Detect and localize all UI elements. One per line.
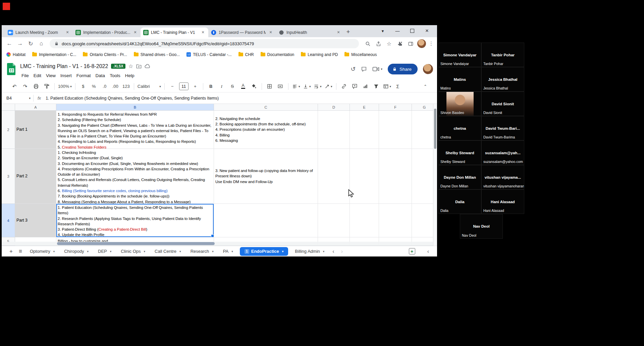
home-icon[interactable]: ⌂ [37, 39, 46, 48]
sheet-tab-clinic-ops[interactable]: Clinic Ops▾ [116, 246, 150, 256]
bookmark-item[interactable]: CHR [238, 52, 254, 57]
cell-a2[interactable]: Part 1 [15, 111, 56, 149]
sheet-tab-dep[interactable]: DEP▾ [93, 246, 116, 256]
column-header-e[interactable]: E [350, 104, 379, 111]
text-rotate-icon[interactable]: ▾ [323, 82, 334, 91]
decrease-font-size-button[interactable]: − [167, 82, 178, 91]
column-header-b[interactable]: B [56, 104, 214, 111]
sheet-tabs-scroll-left-icon[interactable]: ‹ [329, 248, 337, 254]
participant-tile[interactable]: David Twum-Bari...David Twum-Barima [481, 116, 524, 140]
create-filter-icon[interactable] [371, 82, 382, 91]
cell-a4[interactable]: Part 3 [15, 204, 56, 237]
cell-f3[interactable] [379, 149, 412, 204]
share-page-icon[interactable] [374, 39, 382, 48]
sheet-tab-chiropody[interactable]: Chiropody▾ [59, 246, 93, 256]
sheets-logo-icon[interactable] [7, 63, 16, 76]
select-all-corner[interactable] [2, 104, 15, 111]
tab-close-icon[interactable]: × [268, 30, 273, 35]
insert-link-icon[interactable] [339, 82, 350, 91]
account-avatar[interactable] [423, 64, 433, 74]
version-history-icon[interactable]: ↺ [351, 65, 356, 73]
cell-e4[interactable] [350, 204, 379, 237]
bookmark-item[interactable]: Shared drives - Goo... [134, 52, 180, 57]
sheet-tab-menu-caret-icon[interactable]: ▾ [110, 250, 112, 253]
participant-tile[interactable]: Simone VandaiyarSimone Vandaiyar [438, 43, 481, 67]
fill-color-icon[interactable] [249, 82, 259, 91]
borders-icon[interactable] [264, 82, 275, 91]
new-tab-button[interactable]: + [344, 28, 353, 37]
browser-tab[interactable]: InputHealth× [276, 27, 344, 37]
format-currency-button[interactable]: $ [78, 82, 89, 91]
insert-chart-icon[interactable] [360, 82, 371, 91]
sheet-tabs-scroll-right-icon[interactable]: › [338, 248, 346, 254]
cell-f4[interactable] [379, 204, 412, 237]
extensions-puzzle-icon[interactable] [396, 39, 404, 48]
back-icon[interactable]: ← [5, 39, 14, 48]
cell-b3[interactable]: 1. Checking In/Hosting2. Starting an Enc… [56, 149, 214, 204]
tab-close-icon[interactable]: × [65, 30, 70, 35]
row-header-2[interactable]: 2 [2, 111, 15, 149]
browser-tab[interactable]: 1Password — Password M...× [208, 27, 276, 37]
sheet-tab-endopractice[interactable]: 1EndoPractice▾ [240, 247, 288, 256]
redo-icon[interactable]: ↷ [20, 82, 31, 91]
cell-f2[interactable] [379, 111, 412, 149]
menu-tools[interactable]: Tools [107, 72, 123, 79]
participant-tile[interactable]: MatinsMatins [438, 67, 481, 92]
participant-tile[interactable]: David SionitDavid Sionit [481, 92, 524, 116]
browser-tab[interactable]: Launch Meeting - Zoom× [5, 27, 73, 37]
formula-input[interactable]: 1. Patient Education (Scheduling Qnaires… [46, 96, 219, 101]
participant-tile[interactable]: Jessica BhathalJessica Bhathal [481, 67, 524, 92]
horizontal-align-icon[interactable]: ▾ [291, 82, 302, 91]
cell-a3[interactable]: Part 2 [15, 149, 56, 204]
sheet-tab-menu-caret-icon[interactable]: ▾ [144, 250, 146, 253]
sheet-tab-menu-caret-icon[interactable]: ▾ [179, 250, 181, 253]
meet-camera-icon[interactable]: ▾ [372, 66, 382, 72]
horizontal-scrollbar[interactable] [2, 242, 433, 245]
cloud-saved-icon[interactable] [145, 64, 151, 68]
sheet-tab-pa[interactable]: PA▾ [218, 246, 238, 256]
bold-button[interactable]: B [206, 82, 216, 91]
print-icon[interactable] [31, 82, 41, 91]
functions-sigma-button[interactable]: Σ [392, 82, 403, 91]
format-percent-button[interactable]: % [89, 82, 99, 91]
filter-views-icon[interactable]: ▾ [382, 82, 392, 91]
text-color-button[interactable]: A [238, 82, 249, 91]
participant-tile[interactable]: Hani AlasaadHani Alasaad [481, 189, 524, 214]
bookmark-item[interactable]: Ontario Clients - Pr... [83, 52, 127, 57]
row-header-3[interactable]: 3 [2, 149, 15, 204]
all-sheets-menu-icon[interactable]: ≡ [16, 247, 25, 256]
column-header-d[interactable]: D [318, 104, 350, 111]
side-panel-icon[interactable] [407, 39, 415, 48]
cell-d2[interactable] [318, 111, 350, 149]
sheet-tab-menu-caret-icon[interactable]: ▾ [231, 250, 233, 253]
explore-icon[interactable]: + [409, 248, 415, 254]
name-box[interactable]: B4 ▾ [2, 96, 33, 101]
participant-tile[interactable]: vitushan vijayama...vitushan vijayamanoh… [481, 165, 524, 189]
bookmark-item[interactable]: Implementation - C... [32, 52, 76, 57]
cell-b4[interactable]: 1. Patient Education (Scheduling Qnaires… [56, 204, 214, 237]
menu-help[interactable]: Help [123, 72, 137, 79]
sheet-tab-menu-caret-icon[interactable]: ▾ [53, 250, 55, 253]
tab-search-chevron-icon[interactable]: ▾ [375, 26, 390, 36]
menu-insert[interactable]: Insert [58, 72, 74, 79]
sheet-tab-menu-caret-icon[interactable]: ▾ [323, 250, 325, 253]
column-header-f[interactable]: F [379, 104, 412, 111]
menu-data[interactable]: Data [93, 72, 108, 79]
cell-c2[interactable]: 2. Navigating the schedule2. Booking app… [214, 111, 318, 149]
insert-comment-icon[interactable] [350, 82, 360, 91]
collapse-panel-chevron-icon[interactable]: ‹ [424, 248, 432, 254]
sheet-tab-call-centre[interactable]: Call Centre▾ [150, 246, 186, 256]
font-select[interactable]: Calibri▾ [137, 82, 162, 91]
cell-e2[interactable] [350, 111, 379, 149]
sheet-tab-menu-caret-icon[interactable]: ▾ [282, 250, 284, 253]
zoom-select[interactable]: 100%▾ [57, 82, 73, 91]
strikethrough-button[interactable]: S [227, 82, 238, 91]
window-maximize-icon[interactable] [405, 26, 420, 36]
merge-cells-icon[interactable] [275, 82, 286, 91]
sheet-tab-optometry[interactable]: Optometry▾ [25, 246, 59, 256]
vertical-align-icon[interactable]: ▾ [302, 82, 312, 91]
participant-tile[interactable]: Shelby StewardShelby Steward [438, 140, 481, 165]
reload-icon[interactable]: ↻ [26, 39, 35, 48]
column-header-c[interactable]: C [214, 104, 318, 111]
bookmark-item[interactable]: Habitat [6, 52, 25, 57]
